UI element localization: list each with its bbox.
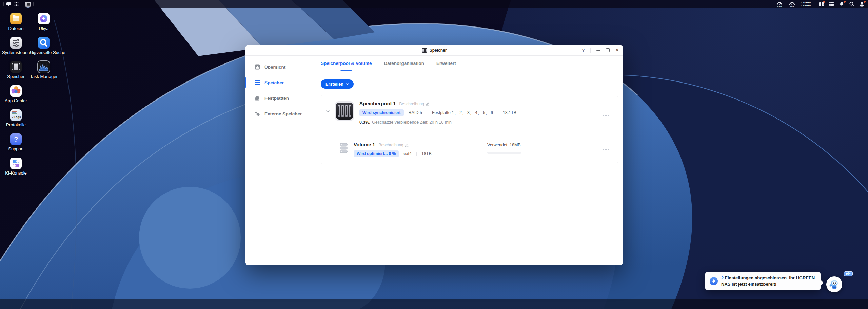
window-title: Speicher: [430, 48, 447, 53]
desktop-icon-label: KI-Konsole: [2, 170, 30, 176]
setup-complete-toast[interactable]: 2Einstellungen abgeschlossen. Ihr UGREEN…: [705, 272, 821, 290]
maximize-button[interactable]: [606, 48, 610, 52]
desktop-screen: CPU RAM ↑ 783B/s ↓ 152B/s: [0, 0, 868, 309]
sidebar-item-speicher[interactable]: Speicher: [245, 75, 308, 90]
desktop-icon-app-center[interactable]: App Center: [2, 85, 30, 103]
tab-speicherpool-volume[interactable]: Speicherpool & Volume: [321, 56, 372, 71]
close-button[interactable]: ✕: [615, 48, 619, 53]
desktop-icon-label: Dateien: [2, 26, 30, 31]
desktop-icon-protokolle[interactable]: /logs Protokolle: [2, 109, 30, 127]
apps-grid-icon: [14, 2, 19, 6]
tab-erweitert[interactable]: Erweitert: [436, 56, 456, 71]
taskbar-storage-app-button[interactable]: [25, 2, 31, 7]
minimize-icon: [596, 50, 600, 51]
show-desktop-button[interactable]: [6, 2, 11, 6]
desktop-icon-dateien[interactable]: Dateien: [2, 13, 30, 31]
desktop-icon-label: Universelle Suche: [30, 50, 58, 55]
control-panel-app-icon: [10, 37, 22, 49]
desktop-icon-label: Systemsteuerung: [2, 50, 30, 55]
task-queue-icon: [829, 1, 834, 7]
collapse-chevron-icon[interactable]: [326, 101, 335, 125]
volume-used-label: Verwendet: 18MB: [487, 143, 521, 147]
volume-description[interactable]: Beschreibung: [378, 143, 408, 147]
tab-bar: Speicherpool & Volume Datenorganisation …: [308, 56, 623, 71]
desktop-icon-ki-konsole[interactable]: KI-Konsole: [2, 158, 30, 176]
pool-more-button[interactable]: [603, 115, 609, 116]
desktop-icon-label: Support: [2, 146, 30, 151]
window-content: Speicherpool & Volume Datenorganisation …: [308, 56, 623, 265]
cpu-label: CPU: [777, 5, 782, 7]
desktop-icon-speicher[interactable]: Speicher: [2, 61, 30, 79]
desktop-icon-uliya[interactable]: Uliya: [30, 13, 58, 31]
cpu-gauge-icon: CPU: [775, 1, 784, 7]
ram-label: RAM: [790, 5, 794, 7]
sidebar-item-festplatten[interactable]: Festplatten: [245, 90, 308, 106]
maximize-icon: [606, 48, 610, 52]
desktop-icon-label: Uliya: [30, 26, 58, 31]
minimize-button[interactable]: [596, 50, 600, 51]
desktop-icon-universelle-suche[interactable]: Universelle Suche: [30, 37, 58, 55]
network-speed-indicator[interactable]: ↑ 783B/s ↓ 152B/s: [801, 1, 811, 7]
pool-row[interactable]: Speicherpool 1 Beschreibung: [321, 95, 618, 134]
app-center-app-icon: [10, 85, 22, 97]
toast-message: 2Einstellungen abgeschlossen. Ihr UGREEN…: [721, 275, 816, 287]
upload-speed: 783B/s: [803, 1, 811, 4]
meta-divider: [498, 111, 498, 115]
desktop-icon-task-manager[interactable]: Task Manager: [30, 61, 58, 79]
controls-divider: [590, 48, 591, 53]
files-app-icon: [10, 13, 22, 24]
monitor-icon: [6, 2, 11, 6]
pool-eta: Geschätzte verbleibende Zeit: 20 h 16 mi…: [372, 120, 452, 125]
cpu-monitor-button[interactable]: CPU: [775, 1, 784, 7]
volume-row[interactable]: Volume 1 Beschreibung Wir: [321, 134, 618, 164]
sidebar-item-label: Speicher: [264, 80, 284, 85]
app-launcher-button[interactable]: [14, 2, 19, 6]
sidebar-item-externe-speicher[interactable]: Externe Speicher: [245, 106, 308, 122]
notifications-button[interactable]: [839, 1, 845, 7]
ram-monitor-button[interactable]: RAM: [788, 1, 796, 7]
taskbar-left-group: [3, 1, 34, 7]
pool-status-badge: Wird synchronisiert: [359, 109, 404, 116]
chevron-down-icon: [346, 83, 349, 85]
search-button[interactable]: [849, 1, 854, 7]
taskbar-separator: [22, 2, 22, 6]
assistant-robot-avatar[interactable]: [826, 276, 842, 292]
create-button[interactable]: Erstellen: [321, 79, 354, 89]
window-titlebar[interactable]: Speicher ? ✕: [245, 45, 623, 56]
notification-dot: [864, 1, 866, 3]
volume-name: Volume 1: [354, 142, 375, 147]
desktop-icon-label: App Center: [2, 98, 30, 103]
widgets-button[interactable]: [818, 1, 824, 7]
user-account-button[interactable]: [859, 1, 865, 7]
desktop-icon-systemsteuerung[interactable]: Systemsteuerung: [2, 37, 30, 55]
help-button[interactable]: ?: [582, 48, 585, 53]
desktop-icon-label: Protokolle: [2, 122, 30, 127]
sidebar-item-uebersicht[interactable]: Übersicht: [245, 59, 308, 75]
desktop-icon-label: Task Manager: [30, 74, 58, 79]
window-controls: ? ✕: [582, 45, 619, 55]
download-arrow-icon: ↓: [801, 4, 802, 7]
background-tasks-button[interactable]: [829, 1, 834, 7]
desktop-icon-support[interactable]: ? Support: [2, 133, 30, 151]
tab-datenorganisation[interactable]: Datenorganisation: [384, 56, 425, 71]
pool-disks: Festplatte 1、 2、 3、 4、 5、 6: [432, 110, 493, 116]
pool-capacity: 18.1TB: [503, 110, 516, 115]
pool-description[interactable]: Beschreibung: [399, 102, 429, 106]
volume-capacity: 18TB: [421, 151, 432, 156]
notification-dot: [823, 1, 825, 3]
universal-search-app-icon: [38, 37, 50, 49]
volume-more-button[interactable]: [603, 149, 609, 150]
pool-name: Speicherpool 1: [359, 101, 396, 106]
download-speed: 152B/s: [803, 4, 811, 7]
sidebar-item-label: Übersicht: [264, 65, 285, 70]
meta-divider: [427, 111, 427, 115]
create-button-label: Erstellen: [326, 82, 343, 87]
logs-icon-text: /logs: [12, 116, 21, 119]
edit-pencil-icon: [426, 102, 429, 106]
storage-pool-card: Speicherpool 1 Beschreibung: [321, 95, 618, 164]
task-manager-app-icon: [38, 61, 50, 73]
window-sidebar: Übersicht Speicher Festplatten: [245, 56, 308, 265]
usb-drive-icon: [254, 111, 260, 117]
taskbar: CPU RAM ↑ 783B/s ↓ 152B/s: [0, 0, 868, 8]
ai-console-app-icon: [10, 158, 22, 169]
